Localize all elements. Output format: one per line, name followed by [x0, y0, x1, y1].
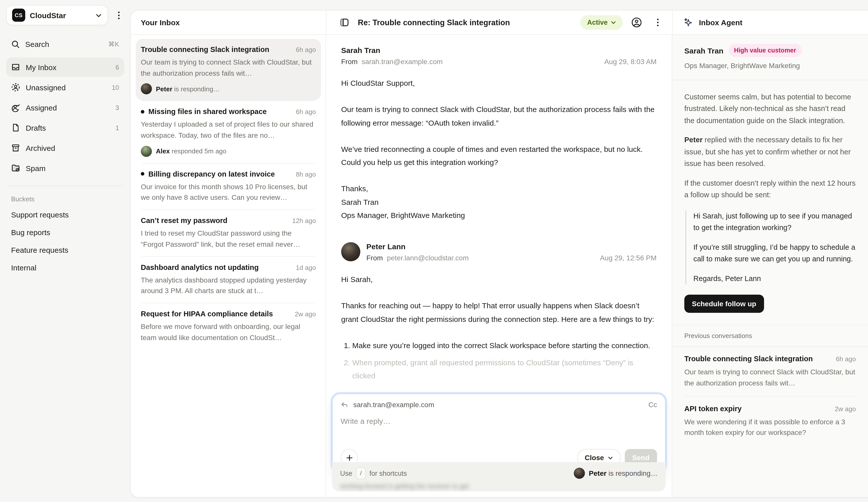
inbox-icon — [11, 63, 20, 72]
workspace-logo: CS — [12, 9, 25, 22]
assignee-user-icon[interactable] — [629, 15, 644, 30]
chevron-down-icon — [95, 12, 102, 18]
panel-bottom-fade — [672, 484, 868, 497]
message-timestamp: Aug 29, 8:03 AM — [604, 57, 657, 65]
search-button[interactable]: Search ⌘K — [6, 34, 124, 53]
agent-summary: Customer seems calm, but has potential t… — [672, 80, 868, 326]
workspace-switcher[interactable]: CS CloudStar — [6, 5, 108, 25]
message-sender: Peter Lann — [366, 242, 657, 251]
avatar-alex — [141, 146, 152, 157]
avatar-peter — [574, 468, 585, 479]
panel-toggle-icon[interactable] — [337, 15, 352, 30]
sidebar-divider — [7, 186, 123, 186]
sidebar: CS CloudStar Search ⌘K My Inbox 6 — [0, 0, 130, 502]
avatar-peter — [341, 242, 360, 261]
status-badge[interactable]: Active — [581, 15, 623, 30]
previous-conversations-heading: Previous conversations — [672, 326, 868, 347]
thread-title: Re: Trouble connecting Slack integration — [358, 18, 575, 27]
app-root: CS CloudStar Search ⌘K My Inbox 6 — [0, 0, 868, 502]
reply-composer: sarah.tran@example.com Cc Write a reply…… — [332, 394, 665, 473]
schedule-followup-button[interactable]: Schedule follow up — [684, 295, 764, 313]
typing-preview-blurred: working forward is getting the receiver … — [340, 482, 658, 490]
suggested-followup-quote: Hi Sarah, just following up to see if yo… — [685, 210, 856, 285]
unread-dot — [141, 110, 144, 114]
conversation-item[interactable]: Missing files in shared workspace 6h ago… — [136, 101, 321, 163]
previous-conversation-item[interactable]: API token expiry 2w ago We were wonderin… — [672, 396, 868, 446]
conversation-item[interactable]: Can’t reset my password 12h ago I tried … — [136, 210, 321, 256]
shortcut-bar: Use / for shortcuts Peter is responding…… — [332, 462, 665, 491]
bucket-feature-requests[interactable]: Feature requests — [6, 241, 124, 259]
agent-panel-title: Inbox Agent — [699, 18, 742, 27]
sidebar-item-spam[interactable]: Spam — [6, 158, 124, 178]
conversation-list: Trouble connecting Slack integration 6h … — [131, 35, 326, 497]
buckets-heading: Buckets — [11, 195, 119, 203]
agent-panel: Sarah Tran High value customer Ops Manag… — [672, 35, 868, 497]
customer-name: Sarah Tran — [684, 46, 723, 55]
unread-dot — [141, 172, 144, 176]
workspace-name: CloudStar — [30, 11, 91, 19]
sidebar-item-archived[interactable]: Archived — [6, 138, 124, 157]
chevron-down-icon — [608, 455, 613, 460]
sparkles-icon — [683, 17, 694, 28]
search-shortcut: ⌘K — [108, 40, 119, 48]
search-icon — [11, 40, 20, 48]
message: Sarah Tran From sarah.tran@example.com A… — [341, 46, 657, 222]
user-dashed-icon — [11, 83, 20, 92]
message: Peter Lann From peter.lann@cloudstar.com… — [341, 242, 657, 383]
sidebar-menu-kebab-icon[interactable] — [113, 9, 124, 21]
sender-email: peter.lann@cloudstar.com — [387, 254, 600, 262]
message-timestamp: Aug 29, 12:56 PM — [600, 254, 657, 262]
cc-button[interactable]: Cc — [649, 400, 657, 409]
avatar-peter — [141, 84, 152, 95]
content-card: Your Inbox Re: Trouble connecting Slack … — [130, 10, 868, 498]
conversation-item[interactable]: Trouble connecting Slack integration 6h … — [136, 39, 321, 101]
conversation-item[interactable]: Dashboard analytics not updating 1d ago … — [136, 257, 321, 303]
sidebar-item-unassigned[interactable]: Unassigned 10 — [6, 78, 124, 97]
archive-icon — [11, 143, 20, 153]
card-header: Your Inbox Re: Trouble connecting Slack … — [131, 11, 868, 35]
reply-arrow-icon — [341, 401, 348, 408]
troubleshooting-list: Make sure you’re logged into the correct… — [352, 339, 657, 383]
bucket-support-requests[interactable]: Support requests — [6, 206, 124, 223]
bucket-bug-reports[interactable]: Bug reports — [6, 223, 124, 241]
previous-conversation-item[interactable]: Trouble connecting Slack integration 6h … — [672, 347, 868, 396]
reply-to-address: sarah.tran@example.com — [353, 400, 434, 409]
conversation-item[interactable]: Billing discrepancy on latest invoice 8h… — [136, 164, 321, 210]
inbox-title: Your Inbox — [141, 18, 180, 27]
reply-input[interactable]: Write a reply… — [341, 417, 657, 446]
sidebar-nav: My Inbox 6 Unassigned 10 Assigned 3 Draf… — [6, 57, 124, 178]
thread-panel: Sarah Tran From sarah.tran@example.com A… — [326, 35, 672, 497]
sidebar-item-assigned[interactable]: Assigned 3 — [6, 98, 124, 117]
conversation-item[interactable]: Request for HIPAA compliance details 2w … — [136, 303, 321, 349]
slash-keycap: / — [356, 467, 366, 479]
search-label: Search — [25, 40, 103, 48]
thread-menu-kebab-icon[interactable] — [650, 15, 665, 30]
user-check-icon — [11, 103, 20, 112]
sidebar-item-my-inbox[interactable]: My Inbox 6 — [6, 57, 124, 77]
sidebar-item-drafts[interactable]: Drafts 1 — [6, 118, 124, 137]
sender-email: sarah.tran@example.com — [362, 57, 604, 65]
message-sender: Sarah Tran — [341, 46, 657, 54]
customer-badge: High value customer — [728, 44, 802, 57]
bucket-internal[interactable]: Internal — [6, 259, 124, 276]
folder-blocked-icon — [11, 164, 20, 172]
customer-role: Ops Manager, BrightWave Marketing — [684, 62, 856, 70]
chevron-down-icon — [611, 20, 616, 25]
document-icon — [11, 123, 20, 132]
